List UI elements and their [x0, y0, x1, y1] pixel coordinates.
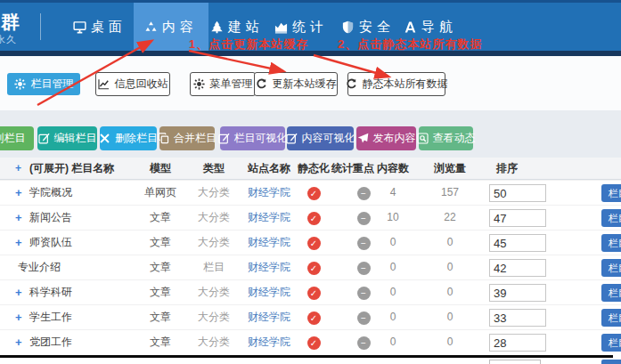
static-cell: ✓	[295, 255, 332, 280]
table-row: + 党团工作 文章 大分类 财经学院 ✓ − 0 0 栏目管理	[0, 329, 621, 354]
chart-line-icon	[98, 78, 110, 90]
row-action-button[interactable]: 栏目管理	[601, 259, 621, 277]
minus-icon[interactable]: −	[357, 187, 371, 200]
merge-column-button[interactable]: 合并栏目	[159, 126, 215, 150]
content-count: 10	[373, 206, 413, 230]
expand-all-icon[interactable]: +	[15, 158, 21, 179]
sort-input[interactable]	[489, 209, 546, 227]
row-action-button[interactable]: 栏目管理	[601, 309, 621, 327]
annotation-note-2: 2、点击静态本站所有数据	[338, 36, 482, 53]
minus-icon[interactable]: −	[357, 336, 371, 350]
check-icon[interactable]: ✓	[307, 336, 321, 350]
sort-input[interactable]	[489, 309, 546, 327]
sort-input[interactable]	[489, 184, 546, 202]
site-link[interactable]: 财经学院	[242, 280, 296, 304]
site-link[interactable]: 财经学院	[242, 305, 296, 329]
row-action-button[interactable]: 栏目管理	[601, 209, 621, 227]
button-label: 栏目可视化	[234, 131, 288, 146]
button-label: 删除栏目	[115, 131, 158, 146]
button-label: 查看动态	[433, 131, 476, 146]
info-recycle-bin-button[interactable]: 信息回收站	[95, 72, 170, 96]
edit-icon	[286, 133, 298, 144]
expand-icon[interactable]: +	[15, 330, 28, 354]
column-name: 新闻公告	[29, 206, 72, 230]
edit-column-button[interactable]: 编辑栏目	[37, 126, 97, 150]
content-count: 0	[373, 280, 413, 304]
expand-icon[interactable]: +	[15, 206, 28, 230]
sort-input[interactable]	[489, 259, 546, 277]
minus-icon[interactable]: −	[357, 262, 371, 275]
static-cell: ✓	[295, 206, 332, 231]
minus-icon[interactable]: −	[357, 237, 371, 250]
column-type: 大分类	[192, 330, 236, 354]
header-site-name: 站点名称	[242, 158, 296, 179]
delete-column-button[interactable]: 删除栏目	[100, 126, 157, 150]
menu-manage-button[interactable]: 菜单管理	[190, 72, 256, 96]
expand-icon[interactable]: +	[15, 280, 28, 304]
button-label: 栏目管理	[31, 77, 74, 92]
nav-item-desktop[interactable]: 桌面	[73, 3, 127, 51]
sort-input[interactable]	[489, 334, 546, 352]
nav-item-label: 导航	[421, 19, 457, 36]
content-count: 0	[373, 330, 413, 354]
row-action-button[interactable]: 栏目管理	[601, 284, 621, 302]
tree-icon	[210, 20, 224, 34]
refresh-icon	[256, 78, 267, 90]
column-visualize-button[interactable]: 栏目可视化	[220, 126, 285, 150]
site-logo-subtext: 永久	[0, 33, 17, 46]
check-icon[interactable]: ✓	[307, 311, 321, 325]
column-manage-button[interactable]: 栏目管理	[7, 73, 80, 95]
column-type: 大分类	[192, 231, 236, 255]
column-model: 文章	[138, 231, 183, 255]
update-cache-button[interactable]: 更新本站缓存	[254, 72, 338, 96]
shield-icon	[341, 20, 355, 34]
expand-icon[interactable]: +	[15, 181, 28, 205]
button-label: 发布内容	[373, 131, 416, 146]
annotation-note-1: 1、点击更新本站缓存	[189, 36, 308, 53]
check-icon[interactable]: ✓	[307, 187, 321, 200]
check-icon[interactable]: ✓	[307, 287, 321, 300]
site-link[interactable]: 财经学院	[242, 206, 296, 230]
site-link[interactable]: 财经学院	[242, 330, 296, 354]
site-link[interactable]: 财经学院	[242, 181, 296, 205]
column-name: 学院概况	[29, 181, 72, 205]
column-model: 文章	[138, 305, 183, 329]
button-label: 合并栏目	[174, 131, 217, 146]
sort-input[interactable]	[489, 234, 546, 252]
view-activity-button[interactable]: 查看动态	[419, 126, 473, 150]
copy-column-button[interactable]: 复制栏目	[0, 126, 34, 150]
publish-content-button[interactable]: 发布内容	[356, 126, 416, 150]
sort-input[interactable]	[489, 284, 546, 302]
expand-icon[interactable]: +	[15, 231, 28, 255]
check-icon[interactable]: ✓	[307, 212, 321, 225]
nav-item-label: 统计	[292, 19, 328, 36]
x-icon	[99, 133, 110, 144]
cms-admin-screen: 群 永久 桌面 内容 建站 统计 安全 导航 1、点击更新本站	[0, 0, 621, 364]
minus-icon[interactable]: −	[357, 212, 371, 225]
minus-icon[interactable]: −	[357, 287, 371, 300]
row-action-button[interactable]: 栏目管理	[601, 234, 621, 252]
table-row: + 学院概况 单网页 大分类 财经学院 ✓ − 4 157 栏目管理	[0, 180, 621, 205]
static-all-data-button[interactable]: 静态本站所有数据	[347, 72, 445, 96]
site-logo: 群	[1, 10, 20, 35]
view-count: 0	[430, 330, 470, 354]
search-icon	[417, 133, 429, 144]
row-action-button[interactable]: 栏目管理	[601, 334, 621, 352]
view-count: 0	[430, 305, 470, 329]
check-icon[interactable]: ✓	[307, 262, 321, 275]
column-model: 单网页	[138, 181, 183, 205]
site-link[interactable]: 财经学院	[242, 231, 296, 255]
column-name: 专业介绍	[18, 255, 61, 279]
row-action-button[interactable]: 栏目管理	[601, 184, 621, 202]
header-static: 静态化	[295, 158, 332, 179]
navbar-divider	[40, 13, 41, 40]
site-link[interactable]: 财经学院	[242, 255, 296, 279]
minus-icon[interactable]: −	[357, 311, 371, 325]
column-type: 大分类	[192, 206, 236, 230]
content-visualize-button[interactable]: 内容可视化	[287, 126, 354, 150]
expand-icon[interactable]: +	[15, 305, 28, 329]
content-count: 0	[373, 305, 413, 329]
view-count: 0	[430, 255, 470, 279]
view-count: 0	[430, 231, 470, 255]
check-icon[interactable]: ✓	[307, 237, 321, 250]
